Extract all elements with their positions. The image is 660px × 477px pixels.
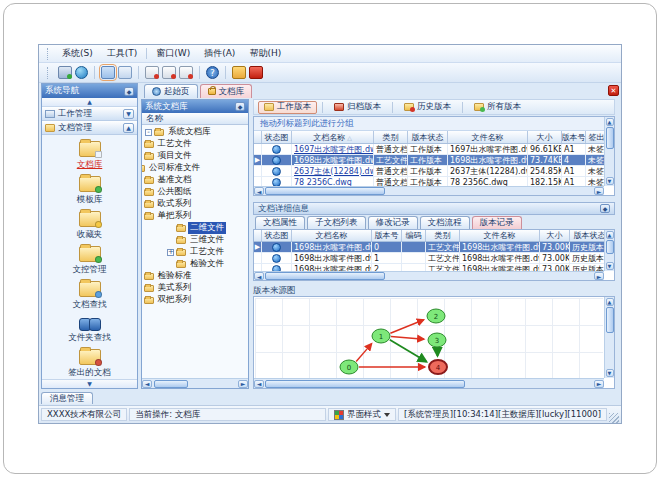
version-node-3[interactable]: 3 <box>428 333 446 347</box>
col-version-state[interactable]: 版本状态 <box>570 230 604 241</box>
scroll-left-icon[interactable]: ◄ <box>254 272 264 280</box>
table-row[interactable]: 2637主体(12284).dwg 普通文档 工作版本 2637主体(12284… <box>254 166 604 177</box>
tree-node-selected[interactable]: 二维文件 <box>142 222 222 234</box>
display-settings-icon[interactable] <box>58 66 72 79</box>
tab-version-records[interactable]: 版本记录 <box>472 216 522 229</box>
tab-subdoc-list[interactable]: 子文档列表 <box>307 216 366 229</box>
menu-help[interactable]: 帮助(H) <box>242 45 288 62</box>
tree-node[interactable]: 公司标准文件 <box>142 162 172 174</box>
window-layout-icon[interactable] <box>118 66 132 79</box>
sidebar-item-template-library[interactable]: 模板库 <box>77 176 103 206</box>
table-row[interactable]: 1698出水嘴零件图.dwg 1 工艺文件 1698出水嘴零件图.dwg 73.… <box>254 253 604 264</box>
interface-style-dropdown[interactable]: 界面样式 <box>328 408 396 421</box>
page-error-icon[interactable] <box>179 66 193 79</box>
tree-node[interactable]: +工艺文件 <box>142 246 222 258</box>
scroll-left-icon[interactable]: ◄ <box>254 187 264 195</box>
sidebar-item-doc-search[interactable]: 文档查找 <box>73 281 107 311</box>
tree-node[interactable]: 检验文件 <box>142 258 222 270</box>
mail-remove-icon[interactable] <box>145 66 159 79</box>
tree-node[interactable]: +项目文件 <box>142 150 172 162</box>
tab-start-page[interactable]: 起始页 <box>144 84 198 98</box>
tab-doc-properties[interactable]: 文档属性 <box>255 216 305 229</box>
work-version-button[interactable]: 工作版本 <box>258 101 317 114</box>
tree-node[interactable]: 工艺文件 <box>142 138 172 150</box>
tree-node[interactable]: +美式系列 <box>142 282 172 294</box>
col-version-no[interactable]: 版本号 <box>372 230 402 241</box>
sidebar-group-work[interactable]: 工作管理 ▼ <box>42 107 137 121</box>
col-version-state[interactable]: 版本状态 <box>408 131 448 143</box>
scrollbar-thumb[interactable] <box>606 307 614 333</box>
scroll-left-icon[interactable]: ◄ <box>254 380 264 388</box>
graph-vertical-scrollbar[interactable]: ▲ ▼ <box>604 297 614 378</box>
lock-icon[interactable] <box>232 66 246 79</box>
tree-horizontal-scrollbar[interactable]: ◄ ► <box>142 378 248 388</box>
exit-icon[interactable] <box>249 66 263 79</box>
scroll-down-icon[interactable]: ▼ <box>606 177 614 185</box>
sidebar-collapse-strip[interactable]: ▲ <box>42 98 137 107</box>
col-status-icon[interactable]: 状态图 <box>262 131 292 143</box>
close-icon[interactable]: ✕ <box>608 85 619 96</box>
menu-system[interactable]: 系统(S) <box>55 45 100 62</box>
scroll-right-icon[interactable]: ► <box>594 380 604 388</box>
menu-tools[interactable]: 工具(T) <box>100 45 145 62</box>
version-node-1[interactable]: 1 <box>372 329 390 343</box>
tree-node[interactable]: 三维文件 <box>142 234 222 246</box>
scroll-down-icon[interactable]: ▼ <box>606 262 614 270</box>
help-icon[interactable]: ? <box>206 66 219 79</box>
col-file-name[interactable]: 文件名称 <box>460 230 540 241</box>
archive-version-button[interactable]: 归档版本 <box>328 101 387 114</box>
menu-window[interactable]: 窗口(W) <box>149 45 197 62</box>
sidebar-item-folder-search[interactable]: 文件夹查找 <box>68 316 111 344</box>
scrollbar-thumb[interactable] <box>154 380 188 388</box>
col-doc-name[interactable]: 文档名称△ <box>292 131 374 143</box>
group-by-bar[interactable]: 拖动列标题到此进行分组 <box>254 117 614 131</box>
history-version-button[interactable]: 历史版本 <box>398 101 457 114</box>
table-row-selected[interactable]: ▶ 1698出水嘴零件图.dwg 工艺文件 工作版本 1698出水嘴零件图.dw… <box>254 155 604 166</box>
scroll-right-icon[interactable]: ► <box>238 380 248 388</box>
tree-node[interactable]: -单把系列 <box>142 210 172 222</box>
col-version-no[interactable]: 版本号 <box>562 131 586 143</box>
tab-modify-records[interactable]: 修改记录 <box>368 216 418 229</box>
sidebar-item-checked-out-docs[interactable]: 签出的文档 <box>68 349 111 379</box>
scroll-right-icon[interactable]: ► <box>594 272 604 280</box>
tree-node[interactable]: +公共图纸 <box>142 186 172 198</box>
cell-doc-name[interactable]: 1698出水嘴零件图.dwg <box>292 155 374 165</box>
tree-node-root[interactable]: -系统文档库 <box>142 126 248 138</box>
chevron-up-icon[interactable]: ▲ <box>123 123 134 133</box>
chevron-down-icon[interactable]: ▼ <box>123 109 134 119</box>
scroll-up-icon[interactable]: ▲ <box>606 118 614 126</box>
scrollbar-thumb[interactable] <box>606 127 614 149</box>
cell-doc-name[interactable]: 2637主体(12284).dwg <box>292 166 374 176</box>
cell-doc-name[interactable]: 78 2356C.dwg <box>292 177 374 186</box>
cell-doc-name[interactable]: 1697出水嘴零件图.dwg <box>292 144 374 154</box>
tree-node[interactable]: +双把系列 <box>142 294 172 306</box>
version-node-4[interactable]: 4 <box>429 360 447 374</box>
pin-icon[interactable]: ◆ <box>235 102 245 111</box>
pin-icon[interactable]: ◆ <box>600 204 610 213</box>
table-row[interactable]: 78 2356C.dwg 普通文档 工作版本 78 2356C.dwg 182.… <box>254 177 604 186</box>
globe-icon[interactable] <box>75 66 88 79</box>
sidebar-item-document-library[interactable]: 文档库 <box>77 141 103 171</box>
tree-node[interactable]: +欧式系列 <box>142 198 172 210</box>
graph-horizontal-scrollbar[interactable]: ◄ ► <box>254 378 604 388</box>
col-code[interactable]: 编码 <box>402 230 426 241</box>
tree-node[interactable]: +检验标准 <box>142 270 172 282</box>
scroll-up-icon[interactable]: ▲ <box>606 231 614 239</box>
scroll-down-icon[interactable]: ▼ <box>606 369 614 377</box>
col-file-name[interactable]: 文件名称 <box>448 131 528 143</box>
col-doc-name[interactable]: 文档名称 <box>292 230 372 241</box>
table-horizontal-scrollbar[interactable]: ◄ ► <box>254 271 604 280</box>
tab-message-management[interactable]: 消息管理 <box>41 392 93 404</box>
sidebar-group-document[interactable]: 文档管理 ▲ <box>42 121 137 135</box>
col-checkout-state[interactable]: 签出状态 <box>586 131 604 143</box>
version-node-2[interactable]: 2 <box>427 309 445 323</box>
page-replace-icon[interactable] <box>162 66 176 79</box>
scrollbar-thumb[interactable] <box>606 240 614 254</box>
version-node-0[interactable]: 0 <box>340 360 358 374</box>
table-horizontal-scrollbar[interactable]: ◄ ► <box>254 186 604 195</box>
menu-plugins[interactable]: 插件(A) <box>197 45 242 62</box>
table-vertical-scrollbar[interactable]: ▲ ▼ <box>604 230 614 271</box>
col-category[interactable]: 类别 <box>374 131 408 143</box>
tab-doc-flow[interactable]: 文档流程 <box>420 216 470 229</box>
pin-icon[interactable]: ◆ <box>124 87 134 96</box>
